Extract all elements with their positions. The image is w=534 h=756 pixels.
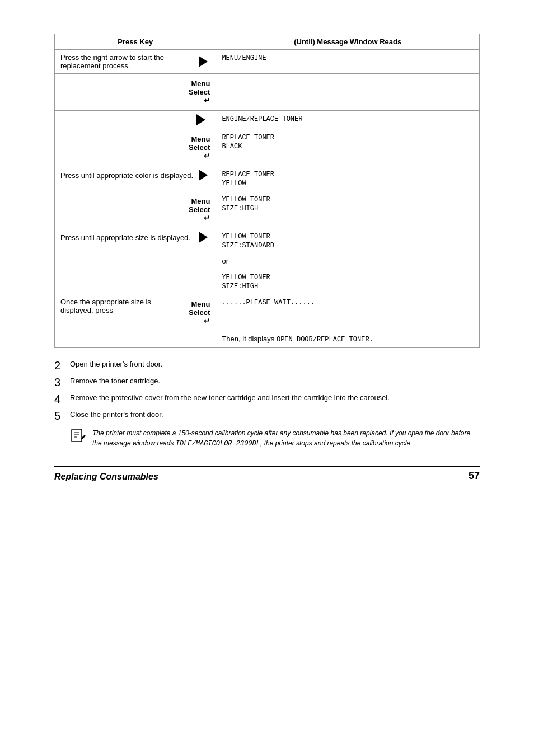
right-arrow-icon — [199, 232, 208, 243]
table-row: Press until appropriate size is displaye… — [55, 228, 480, 253]
menu-label: MenuSelect↵ — [189, 300, 210, 325]
table-cell-right: ENGINE/REPLACE TONER — [216, 111, 480, 129]
table-cell-right: YELLOW TONERSIZE:STANDARD — [216, 228, 480, 253]
message-text: YELLOW TONERSIZE:HIGH — [222, 274, 270, 290]
step-item: 3 Remove the toner cartridge. — [54, 375, 480, 389]
steps-section: 2 Open the printer's front door. 3 Remov… — [54, 359, 480, 449]
footer-title: Replacing Consumables — [54, 472, 158, 482]
table-row: ENGINE/REPLACE TONER — [55, 111, 480, 129]
table-cell-right: or — [216, 253, 480, 269]
message-text: ......PLEASE WAIT...... — [222, 299, 315, 307]
step-text: Remove the protective cover from the new… — [70, 392, 390, 403]
table-cell-right: YELLOW TONERSIZE:HIGH — [216, 191, 480, 228]
table-cell-left — [55, 111, 216, 129]
press-right-arrow-text: Press the right arrow to start the repla… — [60, 53, 196, 70]
message-text: ENGINE/REPLACE TONER — [222, 115, 302, 123]
step-number: 3 — [54, 375, 70, 389]
table-cell-right: REPLACE TONERYELLOW — [216, 166, 480, 191]
menu-select-block: MenuSelect↵ — [60, 195, 210, 224]
table-row: MenuSelect↵ REPLACE TONERBLACK — [55, 129, 480, 166]
table-row: or — [55, 253, 480, 269]
step-item: 4 Remove the protective cover from the n… — [54, 392, 480, 406]
table-cell-right: MENU/ENGINE — [216, 50, 480, 74]
table-cell-right: ......PLEASE WAIT...... — [216, 294, 480, 331]
right-arrow-icon — [196, 114, 205, 125]
page-footer: Replacing Consumables 57 — [54, 466, 480, 482]
table-cell-left: Press until appropriate color is display… — [55, 166, 216, 191]
menu-select-block: MenuSelect↵ — [60, 133, 210, 162]
svg-rect-0 — [72, 429, 82, 442]
menu-select-block: MenuSelect↵ — [189, 298, 210, 327]
step-item: 2 Open the printer's front door. — [54, 359, 480, 372]
or-text: or — [222, 257, 228, 265]
step-number: 4 — [54, 392, 70, 406]
message-text: REPLACE TONERYELLOW — [222, 171, 274, 187]
table-cell-left: Press the right arrow to start the repla… — [55, 50, 216, 74]
col-header-message: (Until) Message Window Reads — [216, 34, 480, 50]
message-text: YELLOW TONERSIZE:HIGH — [222, 196, 270, 213]
step-text: Open the printer's front door. — [70, 359, 162, 370]
message-text: REPLACE TONERBLACK — [222, 134, 274, 151]
message-text: YELLOW TONERSIZE:STANDARD — [222, 233, 274, 250]
table-cell-left — [55, 331, 216, 348]
table-cell-left: MenuSelect↵ — [55, 129, 216, 166]
table-row: Press the right arrow to start the repla… — [55, 50, 480, 74]
table-row: MenuSelect↵ — [55, 74, 480, 111]
table-cell-right — [216, 74, 480, 111]
note-box: The printer must complete a 150-second c… — [70, 428, 480, 449]
table-cell-left: Once the appropriate size is displayed, … — [55, 294, 216, 331]
table-cell-left: Press until appropriate size is displaye… — [55, 228, 216, 253]
table-cell-left — [55, 269, 216, 294]
col-header-press-key: Press Key — [55, 34, 216, 50]
table-cell-left: MenuSelect↵ — [55, 191, 216, 228]
press-until-color-text: Press until appropriate color is display… — [60, 171, 193, 180]
step-number: 2 — [54, 359, 70, 372]
table-row: Then, it displays OPEN DOOR/REPLACE TONE… — [55, 331, 480, 348]
table-cell-right: Then, it displays OPEN DOOR/REPLACE TONE… — [216, 331, 480, 348]
footer-page: 57 — [469, 470, 480, 482]
right-arrow-icon — [199, 170, 208, 181]
step-item: 5 Close the printer's front door. — [54, 409, 480, 422]
step-text: Remove the toner cartridge. — [70, 375, 160, 387]
table-cell-left — [55, 253, 216, 269]
note-text: The printer must complete a 150-second c… — [92, 428, 480, 449]
note-svg-icon — [70, 428, 87, 445]
table-row: Once the appropriate size is displayed, … — [55, 294, 480, 331]
note-icon — [70, 428, 88, 448]
table-cell-right: REPLACE TONERBLACK — [216, 129, 480, 166]
step-number: 5 — [54, 409, 70, 422]
table-cell-left: MenuSelect↵ — [55, 74, 216, 111]
press-until-size-text: Press until appropriate size is displaye… — [60, 233, 190, 242]
table-row: MenuSelect↵ YELLOW TONERSIZE:HIGH — [55, 191, 480, 228]
message-text: MENU/ENGINE — [222, 54, 266, 62]
page-content: Press Key (Until) Message Window Reads P… — [54, 34, 480, 482]
menu-select-block: MenuSelect↵ — [60, 77, 210, 107]
instructions-table: Press Key (Until) Message Window Reads P… — [54, 34, 480, 348]
menu-label: MenuSelect↵ — [189, 135, 210, 160]
step-text: Close the printer's front door. — [70, 409, 163, 420]
right-arrow-icon — [199, 56, 208, 67]
menu-label: MenuSelect↵ — [189, 197, 210, 222]
table-cell-right: YELLOW TONERSIZE:HIGH — [216, 269, 480, 294]
once-text: Once the appropriate size is displayed, … — [60, 298, 185, 314]
table-row: Press until appropriate color is display… — [55, 166, 480, 191]
then-displays-text: Then, it displays OPEN DOOR/REPLACE TONE… — [222, 335, 373, 343]
menu-label: MenuSelect↵ — [189, 79, 210, 105]
table-row: YELLOW TONERSIZE:HIGH — [55, 269, 480, 294]
